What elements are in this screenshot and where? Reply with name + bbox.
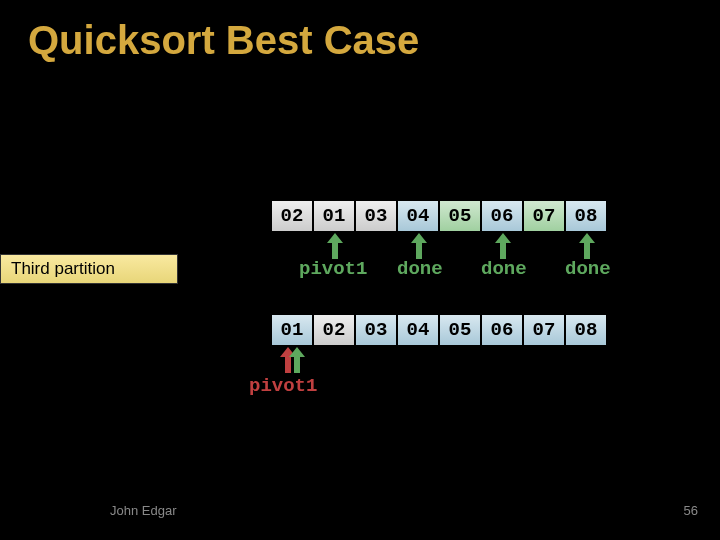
svg-marker-3: [579, 233, 595, 259]
done-label: done: [481, 258, 527, 280]
slide-title: Quicksort Best Case: [28, 18, 419, 63]
cell: 01: [271, 314, 313, 346]
cell: 08: [565, 314, 607, 346]
cell: 04: [397, 314, 439, 346]
cell: 01: [313, 200, 355, 232]
svg-marker-1: [411, 233, 427, 259]
cell: 07: [523, 200, 565, 232]
pivot-label: pivot1: [299, 258, 367, 280]
cell: 05: [439, 314, 481, 346]
arrow-up-icon: [495, 233, 511, 259]
arrow-up-icon: [411, 233, 427, 259]
done-label: done: [565, 258, 611, 280]
pivot-label: pivot1: [249, 375, 317, 397]
cell: 05: [439, 200, 481, 232]
svg-marker-2: [495, 233, 511, 259]
partition-label: Third partition: [0, 254, 178, 284]
cell: 02: [313, 314, 355, 346]
cell: 06: [481, 200, 523, 232]
cell: 03: [355, 200, 397, 232]
array-row-2: 01 02 03 04 05 06 07 08: [271, 314, 607, 346]
cell: 03: [355, 314, 397, 346]
cell: 07: [523, 314, 565, 346]
arrow-up-icon: [289, 347, 305, 373]
footer-author: John Edgar: [110, 503, 177, 518]
footer-page: 56: [684, 503, 698, 518]
svg-marker-5: [289, 347, 305, 373]
done-label: done: [397, 258, 443, 280]
cell: 02: [271, 200, 313, 232]
cell: 08: [565, 200, 607, 232]
array-row-1: 02 01 03 04 05 06 07 08: [271, 200, 607, 232]
arrow-up-icon: [327, 233, 343, 259]
arrow-up-icon: [579, 233, 595, 259]
cell: 06: [481, 314, 523, 346]
svg-marker-0: [327, 233, 343, 259]
cell: 04: [397, 200, 439, 232]
